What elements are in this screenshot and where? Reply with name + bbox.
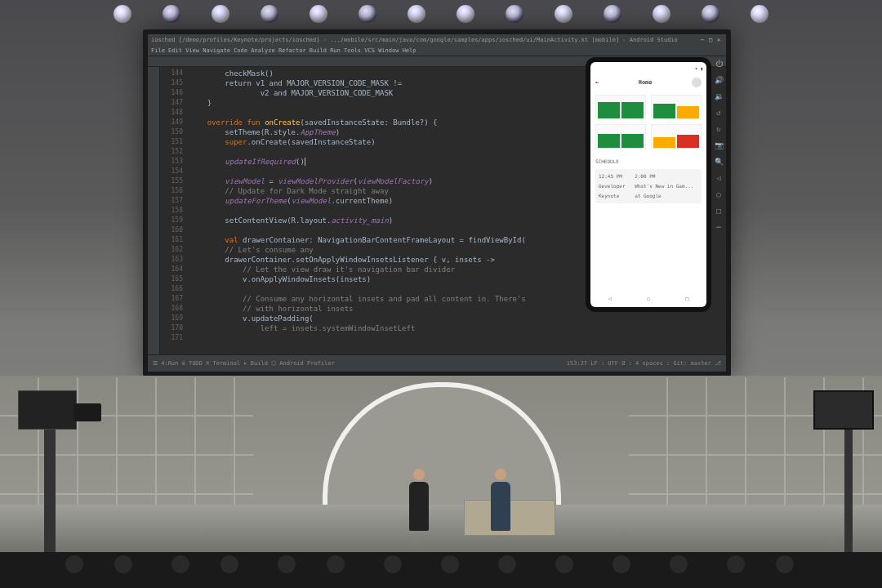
camera-icon: 📷: [715, 140, 724, 150]
maximize-icon: □: [706, 35, 715, 45]
phone-statusbar: ▾▮: [590, 62, 706, 75]
recents-nav-icon: □: [685, 294, 688, 304]
camera-rig-left: [3, 389, 101, 552]
status-bar: ☰ 4:Run ≣ TODO ⌘ Terminal ▸ Build ⬡ Andr…: [148, 354, 726, 372]
schedule-label: SCHEDULE: [595, 157, 702, 167]
minimize-icon: −: [698, 35, 706, 45]
presentation-screen: iosched [/demo/profiles/Keynote/projects…: [143, 29, 731, 376]
overview-icon: □: [716, 206, 720, 216]
left-tool-rail[interactable]: [148, 67, 160, 357]
rotate-left-icon: ↺: [716, 108, 720, 118]
android-emulator: ▾▮ ← Home SCHEDULE: [586, 57, 711, 312]
more-icon: ⋯: [716, 222, 720, 232]
status-left[interactable]: ☰ 4:Run ≣ TODO ⌘ Terminal ▸ Build ⬡ Andr…: [153, 359, 335, 368]
phone-nav-bar[interactable]: ◁ ○ □: [590, 291, 706, 307]
stage-floor: [0, 505, 882, 557]
map-grid: [590, 90, 706, 154]
back-icon[interactable]: ←: [595, 78, 599, 87]
window-titlebar: iosched [/demo/profiles/Keynote/projects…: [148, 34, 726, 46]
menu-bar[interactable]: File Edit View Navigate Code Analyze Ref…: [148, 46, 726, 56]
avatar[interactable]: [692, 78, 702, 87]
status-right: 153:27 LF : UTF-8 : 4 spaces : Git: mast…: [567, 359, 721, 368]
presenter-2: [490, 469, 511, 532]
android-studio-ide: iosched [/demo/profiles/Keynote/projects…: [148, 34, 726, 372]
title-path: iosched [/demo/profiles/Keynote/projects…: [151, 35, 678, 45]
back-icon: ◁: [716, 173, 720, 183]
audience: [0, 552, 882, 588]
back-nav-icon: ◁: [608, 294, 612, 304]
emulator-screen[interactable]: ▾▮ ← Home SCHEDULE: [590, 62, 706, 307]
window-controls[interactable]: −□×: [698, 35, 723, 45]
ceiling-lights: [0, 5, 882, 29]
home-icon: ○: [716, 189, 720, 199]
power-icon: ⏻: [715, 59, 723, 69]
schedule-card[interactable]: 12:45 PMDeveloper Keynote 2:00 PMWhat's …: [595, 169, 702, 203]
app-title: Home: [639, 78, 653, 87]
close-icon: ×: [715, 35, 723, 45]
volume-down-icon: 🔉: [715, 91, 724, 101]
rotate-right-icon: ↻: [716, 124, 720, 134]
volume-up-icon: 🔊: [715, 75, 724, 85]
presenter-1: [408, 469, 430, 532]
emulator-toolbar[interactable]: ⏻🔊🔉↺↻📷🔍◁○□⋯: [713, 59, 724, 232]
home-nav-icon: ○: [647, 294, 650, 304]
zoom-icon: 🔍: [715, 157, 724, 167]
line-number-gutter: 1441451461471481491501511521531541551561…: [160, 67, 186, 357]
monitor-rig-right: [804, 389, 877, 552]
